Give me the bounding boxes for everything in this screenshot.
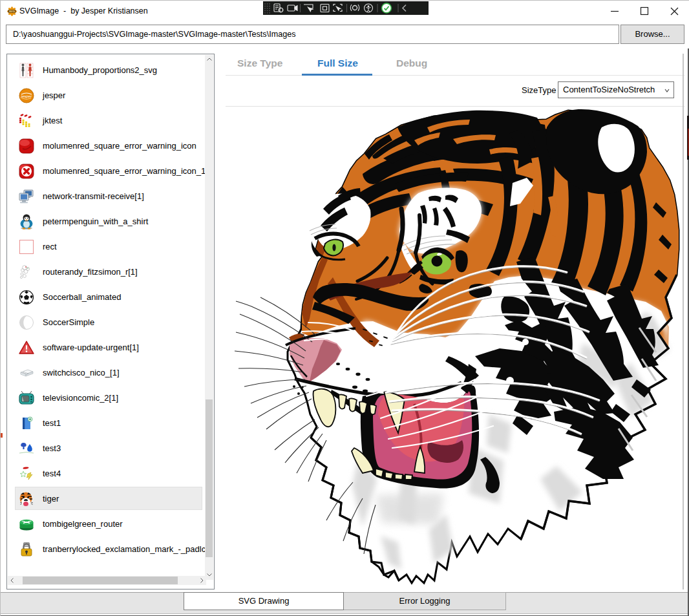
- svg-text:SVG: SVG: [9, 10, 16, 13]
- svg-text:jesper: jesper: [21, 94, 32, 98]
